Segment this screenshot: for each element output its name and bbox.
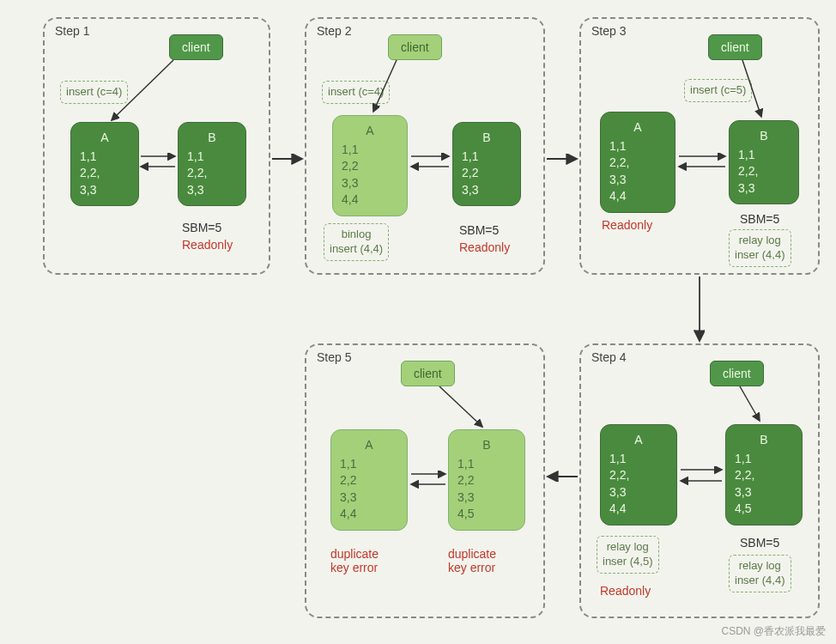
watermark-text: CSDN @香农派我最爱 (721, 624, 826, 639)
flow-arrows (0, 0, 836, 644)
